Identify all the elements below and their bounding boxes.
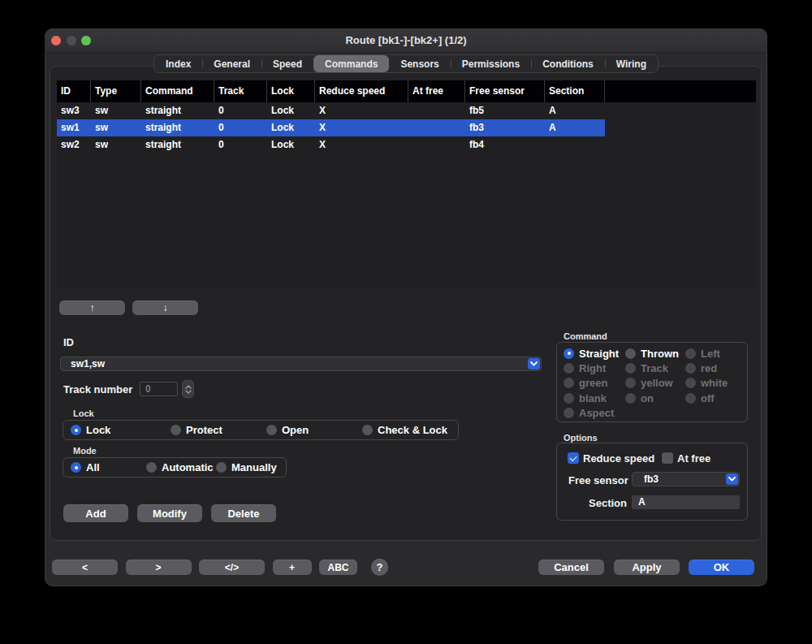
command-radio-left[interactable]: Left	[685, 348, 747, 360]
check-icon	[570, 454, 577, 461]
tab-index[interactable]: Index	[154, 55, 202, 72]
commands-table[interactable]: IDTypeCommandTrackLockReduce speedAt fre…	[57, 80, 756, 289]
column-header-command[interactable]: Command	[141, 80, 214, 102]
radio-icon	[625, 393, 636, 404]
mode-radio-automatic[interactable]: Automatic	[146, 461, 216, 473]
table-body: sw3swstraight0LockXfb5Asw1swstraight0Loc…	[57, 102, 756, 153]
track-number-stepper[interactable]	[182, 380, 194, 398]
radio-icon	[625, 348, 636, 359]
command-radio-track[interactable]: Track	[625, 362, 685, 374]
column-header-track[interactable]: Track	[214, 80, 267, 102]
column-header-at-free[interactable]: At free	[408, 80, 465, 102]
lock-group-label: Lock	[73, 408, 94, 418]
move-down-button[interactable]: ↓	[132, 300, 198, 315]
command-radio-right[interactable]: Right	[564, 362, 625, 374]
tab-wiring[interactable]: Wiring	[605, 55, 658, 72]
nav-button-abc[interactable]: ABC	[319, 560, 357, 575]
apply-button[interactable]: Apply	[614, 560, 680, 575]
radio-icon	[564, 348, 574, 359]
nav-button-next[interactable]: >	[126, 560, 192, 575]
chevron-down-icon	[728, 477, 736, 482]
free-sensor-combobox[interactable]: fb3	[632, 472, 740, 486]
radio-icon	[685, 363, 696, 374]
nav-button-prev[interactable]: <	[52, 560, 118, 575]
lock-radio-label: Lock	[86, 424, 110, 436]
modify-button[interactable]: Modify	[137, 504, 202, 522]
nav-button-plus[interactable]: +	[273, 560, 312, 575]
table-cell: sw3	[57, 102, 91, 119]
radio-icon	[71, 425, 81, 435]
table-cell: A	[545, 102, 605, 119]
mode-radio-all[interactable]: All	[71, 461, 146, 473]
section-field[interactable]: A	[632, 495, 740, 509]
command-radio-aspect[interactable]: Aspect	[564, 407, 625, 419]
add-button[interactable]: Add	[63, 504, 128, 522]
at-free-checkbox[interactable]	[662, 452, 673, 464]
free-sensor-value: fb3	[633, 473, 726, 485]
cancel-button[interactable]: Cancel	[538, 560, 604, 575]
table-cell: X	[315, 102, 408, 119]
radio-icon	[564, 363, 574, 374]
reduce-speed-checkbox[interactable]	[568, 452, 579, 464]
command-radio-group: StraightThrownLeftRightTrackredgreenyell…	[556, 342, 748, 422]
delete-button[interactable]: Delete	[211, 504, 276, 522]
desktop-background: Route [bk1-]-[bk2+] (1/2) IndexGeneralSp…	[0, 0, 812, 644]
id-label: ID	[63, 336, 74, 348]
table-cell: X	[315, 119, 408, 136]
table-cell	[545, 136, 605, 153]
command-radio-label: white	[701, 377, 728, 389]
ok-button[interactable]: OK	[689, 560, 754, 575]
chevron-down-icon	[530, 361, 538, 366]
command-radio-red[interactable]: red	[685, 362, 747, 374]
chevron-down-icon	[185, 390, 192, 394]
tab-sensors[interactable]: Sensors	[389, 55, 450, 72]
mode-radio-manually[interactable]: Manually	[216, 461, 277, 473]
column-header-free-sensor[interactable]: Free sensor	[465, 80, 545, 102]
command-radio-on[interactable]: on	[625, 392, 685, 404]
lock-radio-protect[interactable]: Protect	[171, 424, 266, 436]
title-bar[interactable]: Route [bk1-]-[bk2+] (1/2)	[45, 28, 767, 53]
move-up-button[interactable]: ↑	[59, 300, 125, 315]
command-radio-blank[interactable]: blank	[564, 392, 625, 404]
lock-radio-group: LockProtectOpenCheck & Lock	[63, 420, 459, 440]
column-header-lock[interactable]: Lock	[267, 80, 315, 102]
help-button[interactable]: ?	[371, 559, 388, 576]
nav-button-xml[interactable]: </>	[199, 560, 265, 575]
radio-icon	[146, 462, 157, 473]
radio-icon	[266, 425, 277, 435]
command-radio-yellow[interactable]: yellow	[625, 377, 685, 389]
command-radio-label: off	[701, 392, 715, 404]
free-sensor-dropdown-button[interactable]	[726, 473, 738, 485]
lock-radio-check-lock[interactable]: Check & Lock	[362, 424, 447, 436]
command-radio-green[interactable]: green	[564, 377, 625, 389]
column-header-section[interactable]: Section	[545, 80, 605, 102]
table-cell: sw	[91, 102, 141, 119]
command-radio-straight[interactable]: Straight	[564, 348, 625, 360]
track-number-field[interactable]: 0	[140, 382, 178, 396]
command-radio-label: Thrown	[641, 348, 679, 360]
id-combobox[interactable]: sw1,sw	[60, 357, 542, 371]
table-row-sw2[interactable]: sw2swstraight0LockXfb4	[57, 136, 605, 153]
column-header-reduce-speed[interactable]: Reduce speed	[315, 80, 408, 102]
column-header-type[interactable]: Type	[91, 80, 141, 102]
radio-icon	[71, 462, 81, 473]
radio-icon	[362, 425, 373, 435]
command-radio-label: blank	[579, 392, 607, 404]
tab-conditions[interactable]: Conditions	[531, 55, 605, 72]
table-row-sw3[interactable]: sw3swstraight0LockXfb5A	[57, 102, 605, 119]
lock-radio-open[interactable]: Open	[266, 424, 362, 436]
command-radio-thrown[interactable]: Thrown	[625, 348, 685, 360]
column-header-id[interactable]: ID	[57, 80, 91, 102]
mode-radio-label: All	[86, 461, 100, 473]
tab-general[interactable]: General	[202, 55, 261, 72]
command-radio-off[interactable]: off	[685, 392, 747, 404]
lock-radio-lock[interactable]: Lock	[71, 424, 171, 436]
id-combobox-dropdown-button[interactable]	[528, 358, 540, 370]
track-number-label: Track number	[63, 383, 132, 395]
command-radio-white[interactable]: white	[685, 377, 747, 389]
tab-permissions[interactable]: Permissions	[451, 55, 531, 72]
tab-commands[interactable]: Commands	[313, 55, 389, 72]
tab-speed[interactable]: Speed	[261, 55, 313, 72]
table-row-sw1[interactable]: sw1swstraight0LockXfb3A	[57, 119, 605, 136]
route-dialog-window: Route [bk1-]-[bk2+] (1/2) IndexGeneralSp…	[45, 28, 767, 586]
